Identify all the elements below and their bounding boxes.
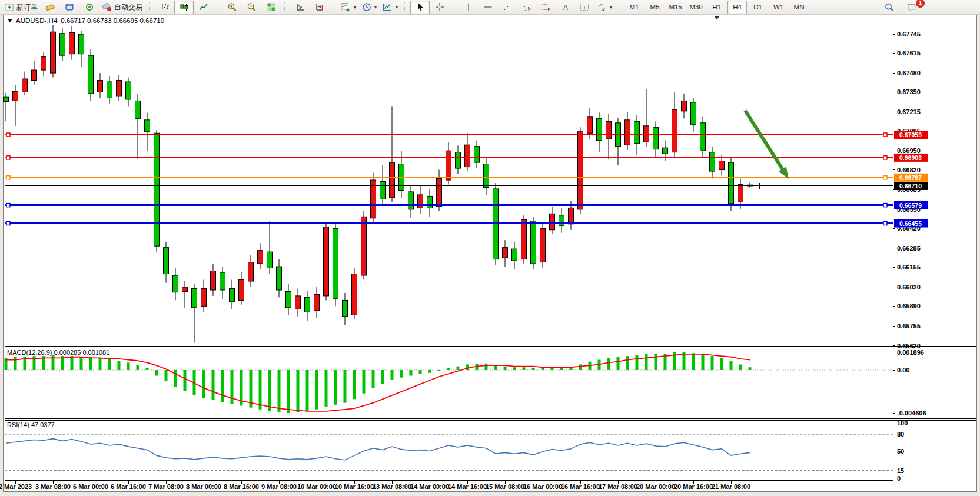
toolbar-separator: [284, 2, 288, 12]
gold-bar-icon: [45, 2, 55, 12]
zoom-in-button[interactable]: [222, 1, 242, 14]
window-icon: [65, 2, 75, 12]
chevron-down-icon: ▾: [396, 5, 398, 10]
timeframe-mn-button[interactable]: MN: [789, 1, 809, 14]
fibonacci-button[interactable]: F: [536, 1, 556, 14]
crosshair-button[interactable]: [430, 1, 449, 14]
template-icon: [383, 2, 393, 12]
chart-title: AUDUSD-,H4 0.66717 0.66733 0.66695 0.667…: [8, 17, 164, 24]
toolbar-separator: [217, 2, 220, 12]
chart-ohlc-values: 0.66717 0.66733 0.66695 0.66710: [61, 17, 164, 24]
toolbar-separator: [333, 2, 336, 12]
text-label-icon: T: [580, 2, 590, 12]
autotrading-button[interactable]: 自动交易: [99, 1, 145, 14]
data-window-button[interactable]: [60, 1, 79, 14]
fibonacci-icon: F: [541, 2, 551, 12]
channel-icon: E: [521, 2, 531, 12]
chart-shift-button[interactable]: [310, 1, 329, 14]
bar-chart-icon: [160, 2, 170, 12]
toolbar-separator: [404, 2, 408, 12]
line-chart-icon: [199, 2, 208, 12]
tile-windows-button[interactable]: [261, 1, 281, 14]
arrows-icon: [597, 2, 607, 12]
svg-text:T: T: [583, 5, 586, 11]
autotrading-label: 自动交易: [114, 2, 142, 12]
text-button[interactable]: A: [556, 1, 575, 14]
timeframe-group: M1M5M15M30H1H4D1W1MN: [624, 1, 809, 14]
timeframe-h4-button[interactable]: H4: [727, 1, 747, 14]
template-button[interactable]: ▾: [380, 1, 401, 14]
chart-shift-icon: [315, 2, 324, 12]
chart-symbol-period: AUDUSD-,H4: [16, 17, 57, 24]
equidistant-channel-button[interactable]: E: [517, 1, 536, 14]
collapse-triangle-icon: [8, 19, 12, 22]
candlestick-icon: [180, 2, 189, 12]
cursor-button[interactable]: [410, 1, 430, 14]
svg-text:A: A: [563, 4, 568, 12]
tile-windows-icon: [267, 2, 276, 12]
chevron-down-icon: ▾: [610, 5, 612, 10]
timeframe-m15-button[interactable]: M15: [666, 1, 685, 14]
toolbar-separator: [149, 2, 152, 12]
new-order-label: 新订单: [16, 2, 38, 12]
market-watch-button[interactable]: [41, 1, 60, 14]
vertical-line-icon: [465, 2, 472, 12]
zoom-in-icon: [227, 2, 237, 12]
candlestick-mode-button[interactable]: [174, 1, 194, 14]
bar-chart-mode-button[interactable]: [155, 1, 174, 14]
macd-label: MACD(12,26,9) 0.000285 0.001081: [7, 349, 109, 356]
horizontal-line-icon: [483, 2, 493, 12]
toolbar-right-group: 1: [879, 1, 922, 14]
crosshair-icon: [435, 2, 444, 12]
horizontal-line-button[interactable]: [478, 1, 497, 14]
clock-icon: [362, 2, 371, 12]
search-icon: [884, 2, 895, 12]
auto-scroll-icon: [295, 2, 305, 12]
cursor-icon: [416, 2, 425, 12]
line-chart-mode-button[interactable]: [194, 1, 213, 14]
arrows-button[interactable]: ▾: [594, 1, 615, 14]
auto-scroll-button[interactable]: [290, 1, 310, 14]
period-button[interactable]: ▾: [359, 1, 380, 14]
svg-text:E: E: [528, 8, 531, 12]
notification-badge: 1: [916, 0, 925, 8]
new-order-icon: [5, 3, 14, 12]
chevron-down-icon: ▾: [354, 5, 356, 10]
timeframe-w1-button[interactable]: W1: [769, 1, 788, 14]
signal-icon: [85, 2, 94, 12]
main-toolbar: 新订单 自动交易 ▾ ▾: [0, 0, 980, 15]
text-a-icon: A: [562, 2, 570, 12]
chart-window[interactable]: [3, 15, 977, 492]
trendline-icon: [503, 2, 512, 12]
timeframe-m1-button[interactable]: M1: [624, 1, 644, 14]
text-label-button[interactable]: T: [575, 1, 594, 14]
toolbar-separator: [453, 2, 456, 12]
zoom-out-button[interactable]: [242, 1, 261, 14]
timeframe-m30-button[interactable]: M30: [686, 1, 706, 14]
svg-text:F: F: [548, 8, 550, 12]
rsi-label: RSI(14) 47.0377: [7, 421, 55, 428]
vertical-line-button[interactable]: [459, 1, 478, 14]
new-order-button[interactable]: 新订单: [2, 1, 41, 14]
timeframe-h1-button[interactable]: H1: [707, 1, 726, 14]
autotrading-icon: [102, 2, 112, 12]
toolbar-separator: [619, 2, 622, 12]
timeframe-m5-button[interactable]: M5: [645, 1, 665, 14]
add-indicator-icon: [341, 2, 351, 12]
timeframe-d1-button[interactable]: D1: [748, 1, 768, 14]
chevron-down-icon: ▾: [374, 5, 377, 10]
add-indicator-button[interactable]: ▾: [338, 1, 359, 14]
navigator-button[interactable]: [79, 1, 99, 14]
trendline-button[interactable]: [497, 1, 517, 14]
search-button[interactable]: [879, 1, 899, 14]
zoom-out-icon: [247, 2, 257, 12]
chat-button[interactable]: 1: [902, 1, 922, 14]
